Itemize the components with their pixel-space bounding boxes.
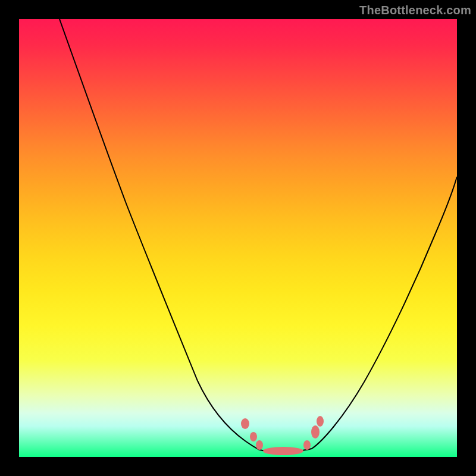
nodule-icon xyxy=(241,418,249,429)
curve-layer xyxy=(19,19,457,457)
chart-frame: TheBottleneck.com xyxy=(0,0,476,476)
nodule-icon xyxy=(250,432,257,441)
plot-area xyxy=(19,19,457,457)
nodule-icon xyxy=(317,416,324,427)
nodule-bar-icon xyxy=(263,447,303,455)
nodule-icon xyxy=(256,440,263,450)
nodule-icon xyxy=(311,425,320,439)
watermark-text: TheBottleneck.com xyxy=(359,4,471,17)
curve-right-branch xyxy=(312,177,457,449)
curve-left-branch xyxy=(60,19,259,450)
nodule-icon xyxy=(303,440,311,450)
